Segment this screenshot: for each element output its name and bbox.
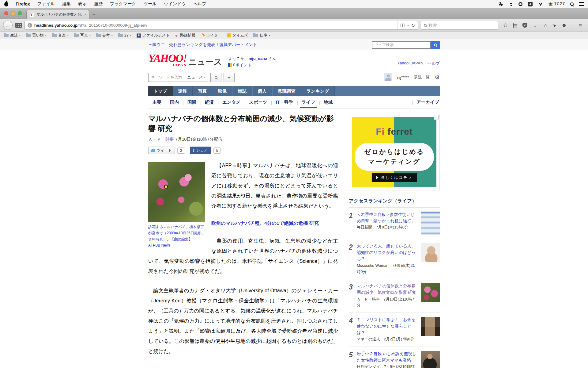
site-identity-globe-icon[interactable]: [28, 23, 32, 28]
creative-cloud-icon[interactable]: [518, 2, 522, 6]
article-source-link[interactable]: ＡＦＰ＝時事: [148, 137, 174, 142]
subnav-life[interactable]: ライフ: [297, 99, 320, 105]
subnav-it-science[interactable]: IT・科学: [271, 99, 297, 105]
keyword-search-input[interactable]: キーワードを入力 ニュース▾: [148, 73, 208, 82]
ranking-link[interactable]: マルハナバチの個体数と分布範囲の減少、気候変動が影響 研究: [357, 284, 416, 295]
ad-info-icon[interactable]: i: [434, 115, 439, 120]
tweet-count[interactable]: 3: [177, 148, 185, 154]
bookmark-times[interactable]: タイムズ: [227, 33, 248, 38]
pocket-icon[interactable]: [522, 23, 527, 28]
subnav-sports[interactable]: スポーツ: [245, 99, 271, 105]
subnav-world[interactable]: 国際: [183, 99, 201, 105]
reading-list-icon[interactable]: [513, 23, 517, 28]
bookmark-star-icon[interactable]: ☆: [503, 22, 508, 29]
search-scope-select[interactable]: ニュース▾: [187, 75, 205, 80]
subnav-entertainment[interactable]: エンタメ: [218, 99, 245, 105]
wifi-transfer-icon[interactable]: [509, 2, 513, 6]
menu-help[interactable]: ヘルプ: [193, 1, 206, 7]
bookmark-folder-work[interactable]: 仕事▾: [253, 33, 270, 38]
gear-icon[interactable]: ⚙: [435, 74, 440, 81]
nav-ranking[interactable]: ランキング: [301, 86, 335, 96]
subnav-domestic[interactable]: 国内: [166, 99, 183, 105]
apple-menu-icon[interactable]: [4, 2, 8, 6]
menu-view[interactable]: 表示: [78, 1, 87, 7]
ranking-thumbnail[interactable]: [421, 283, 440, 302]
bookmark-folder-shopping[interactable]: 買い物▾: [26, 33, 47, 38]
ranking-link[interactable]: 岩手中２自殺 いじめ訴え無視した女性教師に尾木ママも激怒: [357, 351, 416, 362]
bookmark-folder-life[interactable]: 生活▾: [4, 33, 21, 38]
ferret-ad[interactable]: i Fi ferret ゼロからはじめる マーケティング 詳しくはコチラ: [349, 114, 440, 190]
bookmark-reuters[interactable]: ロイター: [201, 33, 222, 38]
bookmark-transit[interactable]: Y!路線情報: [175, 33, 195, 38]
tab-groups-icon[interactable]: [15, 23, 22, 28]
nav-magazine[interactable]: 雑誌: [232, 86, 252, 96]
subnav-archive[interactable]: アーカイブ: [412, 99, 440, 105]
ranking-thumbnail[interactable]: [421, 317, 440, 336]
close-window-button[interactable]: [4, 11, 8, 15]
wifi-icon[interactable]: [538, 2, 543, 6]
add-search-button[interactable]: ＋: [224, 73, 235, 82]
news-search-button[interactable]: [210, 73, 221, 82]
spotlight-icon[interactable]: [570, 2, 574, 6]
input-source-icon[interactable]: [528, 2, 533, 6]
tweet-button[interactable]: ツイート: [148, 147, 175, 154]
share-icon[interactable]: [553, 23, 557, 27]
yahoo-japan-link[interactable]: Yahoo! JAPAN: [397, 61, 423, 66]
reader-mode-icon[interactable]: [401, 24, 405, 27]
notification-center-icon[interactable]: [579, 2, 584, 6]
nav-photo[interactable]: 写真: [193, 86, 213, 96]
ranking-link[interactable]: ＜岩手中２自殺＞多数生徒いじめ目撃「髪つかまれ机に強打」: [357, 212, 415, 223]
url-bar[interactable]: headlines.yahoo.co.jp /hl?a=20150710-000…: [24, 21, 418, 30]
menu-file[interactable]: ファイル: [37, 1, 55, 7]
bookmark-folder-music[interactable]: 音楽▾: [52, 33, 69, 38]
menu-bookmarks[interactable]: ブックマーク: [110, 1, 136, 7]
bookmark-folder-27[interactable]: 27▾: [118, 33, 131, 38]
downloads-icon[interactable]: ↓: [532, 22, 538, 29]
share-count[interactable]: 5: [213, 148, 221, 154]
hamburger-menu-icon[interactable]: ≡: [578, 22, 583, 29]
caption-source-link[interactable]: AFPBB News: [148, 243, 171, 247]
hello-icon[interactable]: ☻: [561, 22, 567, 29]
back-button[interactable]: ←: [3, 21, 13, 30]
bookmark-folder-reference[interactable]: 参考▾: [96, 33, 113, 38]
article-photo[interactable]: [148, 162, 205, 222]
browser-search-field[interactable]: 検索: [421, 21, 498, 30]
browser-tab[interactable]: Y! マルハナバチの個体数と分... ×: [26, 10, 89, 19]
home-icon[interactable]: ⌂: [543, 22, 548, 29]
user-id[interactable]: nij*****: [397, 75, 409, 80]
urlbar-dropdown-icon[interactable]: ▾: [407, 24, 409, 27]
subnav-economy[interactable]: 経済: [201, 99, 218, 105]
ad-cta-button[interactable]: 詳しくはコチラ: [371, 173, 417, 182]
ranking-thumbnail[interactable]: [421, 351, 440, 368]
promo-link[interactable]: 三陸ウニ 売れ筋ランキングを発表！復興デパートメント: [148, 42, 257, 48]
nav-flash[interactable]: 速報: [173, 86, 193, 96]
bookmark-filepost[interactable]: Fファイルポスト: [137, 33, 170, 38]
dropbox-icon[interactable]: [499, 2, 503, 6]
ranking-thumbnail[interactable]: [421, 243, 440, 262]
facebook-share-button[interactable]: fシェア: [190, 147, 211, 154]
nav-video[interactable]: 映像: [213, 86, 232, 96]
nav-top[interactable]: トップ: [148, 86, 173, 96]
zoom-window-button[interactable]: [18, 11, 22, 15]
service-title[interactable]: ニュース: [188, 56, 222, 67]
menu-app-name[interactable]: Firefox: [16, 2, 30, 6]
reload-icon[interactable]: ↻: [411, 23, 415, 28]
subscriptions-link[interactable]: 購読一覧: [414, 75, 430, 80]
menu-tools[interactable]: ツール: [144, 1, 157, 7]
menu-edit[interactable]: 編集: [62, 1, 71, 7]
ranking-thumbnail[interactable]: [421, 212, 440, 235]
nav-personal[interactable]: 個人: [252, 86, 272, 96]
ranking-link[interactable]: ミニマリストに学ぶ！ お金を使わないのに幸せな暮らしとは？: [357, 317, 416, 335]
nav-survey[interactable]: 意識調査: [272, 86, 301, 96]
tab-close-icon[interactable]: ×: [84, 13, 86, 17]
menubar-clock[interactable]: 金 17:27: [548, 1, 565, 7]
bookmark-folder-photo[interactable]: 写真▾: [74, 33, 91, 38]
user-avatar[interactable]: [384, 73, 392, 81]
web-search-input[interactable]: ウェブ検索: [372, 41, 431, 49]
minimize-window-button[interactable]: [11, 11, 15, 15]
web-search-button[interactable]: [431, 41, 440, 49]
ranking-link[interactable]: 太っている人、痩せている人、認知症のリスクが高いのはどっち？: [357, 244, 416, 261]
yahoo-logo[interactable]: YAHOO! JAPAN: [148, 54, 187, 67]
menu-window[interactable]: ウインドウ: [164, 1, 186, 7]
subnav-region[interactable]: 地域: [319, 99, 337, 105]
